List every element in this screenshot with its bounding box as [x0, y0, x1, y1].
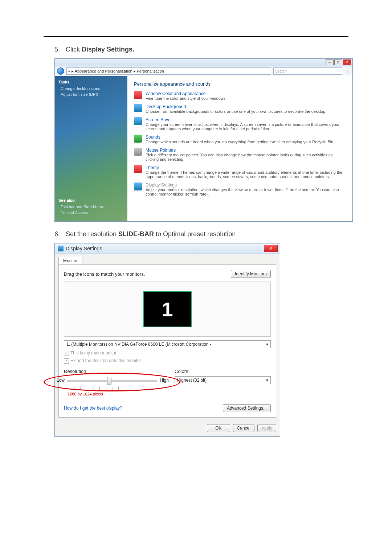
tab-monitor[interactable]: Monitor	[58, 257, 82, 264]
step-6-bold: SLIDE-BAR	[118, 230, 154, 238]
window-color-icon	[134, 91, 142, 99]
ds-title-icon	[58, 246, 64, 251]
sidebar-link-taskbar[interactable]: Taskbar and Start Menu	[61, 205, 124, 209]
breadcrumb[interactable]: « ▸ Appearance and Personalization ▸ Per…	[66, 67, 271, 75]
step-6-num: 6.	[54, 230, 64, 238]
vista-main-title: Personalize appearance and sounds	[134, 81, 346, 87]
checkbox-extend-desktop: ✓Extend the desktop onto this monitor	[64, 358, 271, 364]
monitor-arrangement-area[interactable]: 1	[64, 282, 271, 337]
resolution-label: Resolution:	[64, 369, 160, 374]
vista-personalization-window: – □ ✕ « ▸ Appearance and Personalization…	[54, 58, 353, 222]
desc-screensaver: Change your screen saver or adjust when …	[146, 122, 346, 131]
ds-drag-label: Drag the icons to match your monitors.	[64, 271, 145, 277]
step-5-num: 5.	[54, 46, 64, 53]
step-6: 6. Set the resolution SLIDE-BAR to Optim…	[54, 230, 348, 238]
sidebar-seealso-header: See also	[58, 198, 124, 202]
minimize-button[interactable]: –	[326, 59, 334, 65]
step-6-text-b: to Optimal preset resolution	[154, 230, 236, 238]
sidebar-tasks-header: Tasks	[58, 80, 124, 84]
ds-title: Display Settings	[66, 246, 102, 251]
display-settings-dialog: Display Settings ✕ Monitor Drag the icon…	[54, 243, 280, 437]
desc-mouse: Pick a different mouse pointer. You can …	[146, 153, 346, 161]
screensaver-icon	[134, 117, 142, 125]
sounds-icon	[134, 135, 142, 143]
resolution-value-label: 1280 by 1024 pixels	[68, 392, 160, 396]
chevron-down-icon: ▾	[266, 378, 268, 383]
sidebar-link-ease[interactable]: Ease of Access	[61, 210, 124, 215]
ds-titlebar: Display Settings ✕	[55, 243, 280, 254]
link-sounds[interactable]: Sounds	[146, 135, 334, 140]
desc-display-settings: Adjust your monitor resolution, which ch…	[146, 188, 346, 196]
link-display-settings[interactable]: Display Settings	[146, 182, 346, 188]
colors-dropdown[interactable]: Highest (32 bit) ▾	[175, 376, 271, 384]
identify-monitors-button[interactable]: Identify Monitors	[231, 270, 271, 278]
link-screensaver[interactable]: Screen Saver	[146, 117, 346, 122]
colors-value: Highest (32 bit)	[177, 378, 207, 383]
search-icon[interactable]: ⌕	[344, 69, 350, 74]
sidebar-link-desktop-icons[interactable]: Change desktop icons	[61, 86, 124, 91]
desc-sounds: Change which sounds are heard when you d…	[146, 140, 334, 144]
desc-theme: Change the theme. Themes can change a wi…	[146, 170, 346, 179]
slider-high-label: High	[160, 378, 169, 383]
vista-address-bar: « ▸ Appearance and Personalization ▸ Per…	[55, 66, 352, 76]
slider-thumb[interactable]	[107, 377, 111, 385]
help-link[interactable]: How do I get the best display?	[64, 406, 122, 411]
link-theme[interactable]: Theme	[146, 165, 346, 170]
vista-sidebar: Tasks Change desktop icons Adjust font s…	[55, 76, 127, 221]
desc-desktop-bg: Choose from available backgrounds or col…	[146, 109, 326, 114]
vista-main-content: Personalize appearance and sounds Window…	[127, 76, 352, 221]
ds-close-button[interactable]: ✕	[264, 245, 278, 252]
slider-low-label: Low	[57, 378, 65, 383]
apply-button[interactable]: Apply	[257, 424, 276, 432]
link-mouse[interactable]: Mouse Pointers	[146, 148, 346, 153]
monitor-1-icon[interactable]: 1	[143, 291, 192, 327]
maximize-button[interactable]: □	[334, 59, 342, 65]
step-5-text: Click	[66, 46, 82, 53]
checkbox-main-monitor: ✓This is my main monitor	[64, 350, 271, 356]
link-desktop-bg[interactable]: Desktop Background	[146, 104, 326, 109]
cancel-button[interactable]: Cancel	[233, 424, 254, 432]
ok-button[interactable]: OK	[207, 424, 230, 432]
step-5: 5. Click Display Settings.	[54, 46, 348, 53]
step-6-text-a: Set the resolution	[66, 230, 118, 238]
close-button[interactable]: ✕	[343, 59, 351, 65]
desc-window-color: Fine tune the color and style of your wi…	[146, 96, 226, 100]
monitor-dropdown[interactable]: 1. (Multiple Monitors) on NVIDIA GeForce…	[64, 340, 271, 348]
desktop-bg-icon	[134, 104, 142, 112]
link-window-color[interactable]: Window Color and Appearance	[146, 91, 226, 96]
chevron-down-icon: ▾	[266, 342, 268, 347]
display-settings-icon	[134, 182, 142, 190]
advanced-settings-button[interactable]: Advanced Settings...	[223, 404, 271, 412]
monitor-dropdown-value: 1. (Multiple Monitors) on NVIDIA GeForce…	[66, 342, 211, 347]
step-5-bold: Display Settings.	[82, 46, 134, 53]
mouse-icon	[134, 148, 142, 156]
theme-icon	[134, 165, 142, 173]
back-nav-icon[interactable]	[57, 67, 64, 75]
colors-label: Colors:	[175, 369, 271, 374]
slider-ticks: | | | | | | | | |	[68, 386, 160, 390]
search-input[interactable]: Search	[273, 67, 342, 75]
vista-titlebar: – □ ✕	[55, 59, 352, 66]
sidebar-link-font-dpi[interactable]: Adjust font size (DPI)	[61, 92, 124, 97]
resolution-slider[interactable]: Low High	[64, 376, 160, 386]
